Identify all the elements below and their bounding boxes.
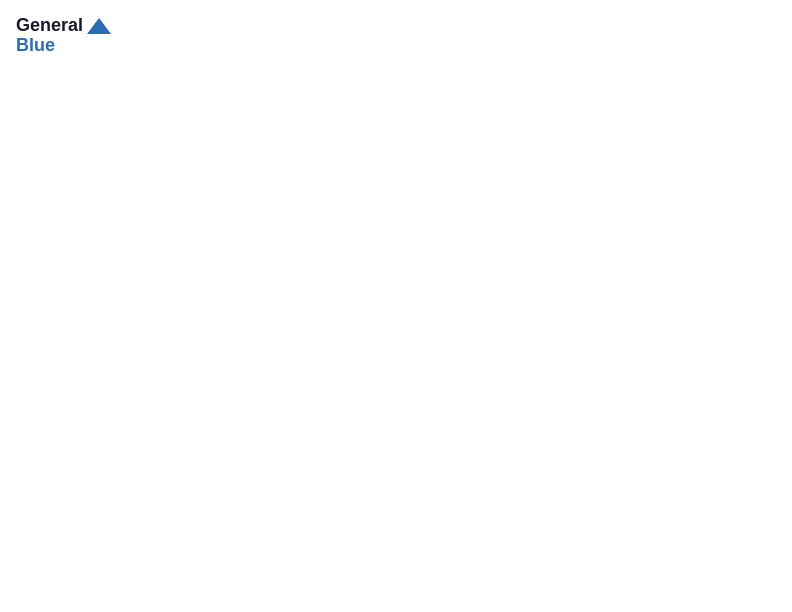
logo: General Blue xyxy=(16,16,111,56)
logo-general: General xyxy=(16,16,83,36)
logo-blue: Blue xyxy=(16,36,55,56)
logo-icon xyxy=(87,18,111,34)
svg-marker-0 xyxy=(87,18,111,34)
page-header: General Blue xyxy=(16,16,776,56)
